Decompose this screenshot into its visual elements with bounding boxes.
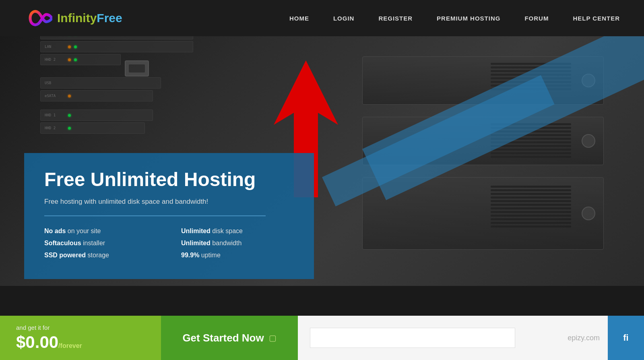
feature-4: Unlimited bandwidth: [181, 240, 294, 247]
nav-help[interactable]: HELP CENTER: [573, 15, 620, 22]
price-label: and get it for: [16, 324, 145, 331]
features-grid: No ads on your site Unlimited disk space…: [44, 228, 294, 259]
domain-search-input[interactable]: [310, 328, 515, 348]
cta-icon: ▢: [269, 333, 277, 343]
hero-divider: [44, 215, 266, 216]
feature-3: Softaculous installer: [44, 240, 157, 247]
hero-heading: Free Unlimited Hosting: [44, 169, 294, 190]
nav-premium[interactable]: PREMIUM HOSTING: [437, 15, 500, 22]
navbar: InfinityFree HOME LOGIN REGISTER PREMIUM…: [0, 0, 644, 36]
hero-section: STATUS LAN HHD 2 USB eSATA HHD 1 HHD 2: [0, 36, 644, 286]
feature-2: Unlimited disk space: [181, 228, 294, 235]
domain-extension-section: epizy.com: [527, 316, 608, 360]
price-amount: $0.00: [16, 333, 58, 352]
nav-forum[interactable]: FORUM: [524, 15, 549, 22]
cta-label: Get Started Now: [182, 332, 264, 344]
logo[interactable]: InfinityFree: [24, 4, 122, 32]
price-period: /forever: [58, 342, 82, 349]
feature-1: No ads on your site: [44, 228, 157, 235]
cta-button[interactable]: Get Started Now ▢: [161, 316, 298, 360]
hero-content-box: Free Unlimited Hosting Free hosting with…: [24, 153, 314, 279]
price-row: $0.00/forever: [16, 333, 145, 352]
domain-extension-text: epizy.com: [568, 334, 600, 342]
domain-search-button[interactable]: fi: [608, 316, 644, 360]
nav-home[interactable]: HOME: [289, 15, 309, 22]
feature-5: SSD powered storage: [44, 252, 157, 259]
brand-name: InfinityFree: [57, 11, 122, 25]
domain-search-section: [298, 316, 527, 360]
nav-links: HOME LOGIN REGISTER PREMIUM HOSTING FORU…: [289, 15, 620, 22]
logo-icon: [24, 4, 52, 32]
nav-login[interactable]: LOGIN: [333, 15, 355, 22]
bottom-bar: and get it for $0.00/forever Get Started…: [0, 316, 644, 360]
hero-subtitle: Free hosting with unlimited disk space a…: [44, 198, 294, 206]
price-section: and get it for $0.00/forever: [0, 316, 161, 360]
feature-6: 99.9% uptime: [181, 252, 294, 259]
search-button-icon: fi: [623, 333, 628, 343]
nav-register[interactable]: REGISTER: [378, 15, 413, 22]
